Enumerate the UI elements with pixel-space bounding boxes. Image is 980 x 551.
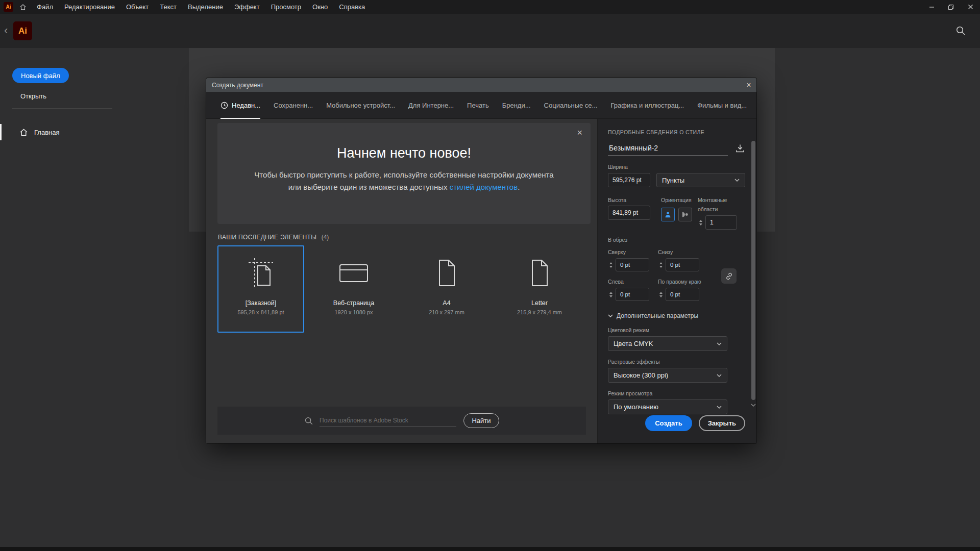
- dialog-left-pane: × Начнем нечто новое! Чтобы быстро прист…: [206, 119, 597, 443]
- bleed-left-stepper[interactable]: [608, 292, 614, 297]
- portrait-icon: [664, 211, 672, 218]
- bleed-top-label: Сверху: [608, 249, 626, 255]
- tab-web[interactable]: Для Интерне...: [408, 92, 454, 119]
- menu-effect[interactable]: Эффект: [229, 0, 265, 14]
- clock-icon: [220, 102, 228, 109]
- sidebar-item-label: Главная: [34, 129, 59, 136]
- close-dialog-button[interactable]: Закрыть: [699, 415, 745, 431]
- recent-item-name: Веб-страница: [333, 299, 374, 307]
- tab-label: Фильмы и вид...: [697, 102, 747, 109]
- bleed-top-stepper[interactable]: [608, 262, 614, 268]
- restore-icon[interactable]: [941, 0, 961, 14]
- bleed-left-input[interactable]: [616, 288, 649, 301]
- recent-item-custom[interactable]: [Заказной] 595,28 x 841,89 pt: [217, 245, 304, 333]
- open-button[interactable]: Открыть: [20, 92, 46, 100]
- units-select[interactable]: Пункты: [656, 173, 745, 187]
- menu-edit[interactable]: Редактирование: [59, 0, 120, 14]
- raster-effects-select[interactable]: Высокое (300 ppi): [608, 368, 727, 383]
- color-mode-value: Цвета CMYK: [614, 340, 653, 347]
- tab-label: Мобильное устройст...: [326, 102, 395, 109]
- tab-film-video[interactable]: Фильмы и вид...: [697, 92, 747, 119]
- units-value: Пункты: [662, 177, 684, 184]
- bleed-right-input[interactable]: [666, 288, 699, 301]
- tab-saved[interactable]: Сохраненн...: [274, 92, 313, 119]
- color-mode-select[interactable]: Цвета CMYK: [608, 336, 727, 351]
- menubar: Ai Файл Редактирование Объект Текст Выде…: [0, 0, 980, 14]
- recent-item-size: 210 x 297 mm: [429, 309, 464, 315]
- bleed-right-stepper[interactable]: [658, 292, 664, 297]
- illustrator-app-icon[interactable]: Ai: [4, 2, 13, 12]
- preset-details-heading: ПОДРОБНЫЕ СВЕДЕНИЯ О СТИЛЕ: [608, 129, 745, 135]
- bleed-bottom-stepper[interactable]: [658, 262, 664, 268]
- home-icon[interactable]: [19, 4, 27, 11]
- tab-print[interactable]: Печать: [467, 92, 489, 119]
- search-icon: [304, 416, 313, 425]
- menu-file[interactable]: Файл: [31, 0, 59, 14]
- tab-recent[interactable]: Недавн...: [220, 92, 260, 119]
- recent-item-size: 980 x 551 px: [334, 309, 373, 315]
- find-button[interactable]: Найти: [463, 413, 499, 428]
- orientation-landscape-button[interactable]: [678, 208, 692, 221]
- recent-items-count: (4): [322, 234, 329, 241]
- menu-help[interactable]: Справка: [333, 0, 371, 14]
- tab-label: Для Интерне...: [408, 102, 454, 109]
- recent-items-heading: ВАШИ ПОСЛЕДНИЕ ЭЛЕМЕНТЫ (4): [218, 234, 329, 241]
- link-bleed-values-button[interactable]: [721, 268, 737, 284]
- artboards-label: Монтажныеобласти: [698, 197, 727, 212]
- stock-search-bar: Найти: [217, 407, 586, 435]
- hero-title: Начнем нечто новое!: [217, 123, 591, 161]
- close-icon[interactable]: [961, 0, 980, 14]
- tab-social[interactable]: Социальные се...: [544, 92, 598, 119]
- width-input[interactable]: [608, 173, 650, 187]
- landscape-icon: [681, 211, 689, 218]
- page-icon: [431, 246, 462, 299]
- preview-mode-select[interactable]: По умолчанию: [608, 399, 727, 414]
- download-preset-icon[interactable]: [735, 143, 745, 156]
- tab-branding[interactable]: Бренди...: [502, 92, 531, 119]
- back-chevron-icon[interactable]: ‹: [4, 24, 8, 37]
- hero-body: Чтобы быстро приступить к работе, исполь…: [250, 169, 558, 193]
- height-input[interactable]: [608, 206, 650, 220]
- recent-item-letter[interactable]: Letter 215,9 x 279,4 mm: [496, 245, 583, 333]
- advanced-options-toggle[interactable]: Дополнительные параметры: [608, 312, 745, 319]
- recent-item-name: Letter: [531, 299, 548, 307]
- close-icon[interactable]: ×: [741, 78, 756, 92]
- panel-scrollbar-thumb[interactable]: [751, 141, 755, 400]
- preset-details-panel: ПОДРОБНЫЕ СВЕДЕНИЯ О СТИЛЕ Ширина Пункты…: [597, 119, 756, 443]
- color-mode-label: Цветовой режим: [608, 327, 745, 333]
- tab-art-illustration[interactable]: Графика и иллюстрац...: [610, 92, 684, 119]
- recent-item-web-page[interactable]: Веб-страница 980 x 551 px: [310, 245, 397, 333]
- recent-items-label: ВАШИ ПОСЛЕДНИЕ ЭЛЕМЕНТЫ: [218, 234, 316, 241]
- menu-window[interactable]: Окно: [307, 0, 333, 14]
- sidebar-item-home[interactable]: Главная: [0, 124, 117, 140]
- artboards-input[interactable]: [705, 215, 737, 230]
- bleed-left-label: Слева: [608, 279, 624, 285]
- artboards-stepper[interactable]: [698, 220, 704, 226]
- menu-select[interactable]: Выделение: [182, 0, 229, 14]
- scrollbar-down-arrow-icon[interactable]: [751, 404, 756, 407]
- bleed-bottom-label: Снизу: [658, 249, 673, 255]
- tab-mobile[interactable]: Мобильное устройст...: [326, 92, 395, 119]
- recent-items-row: [Заказной] 595,28 x 841,89 pt Веб-страни…: [217, 245, 589, 333]
- menu-view[interactable]: Просмотр: [265, 0, 307, 14]
- page-icon: [524, 246, 555, 299]
- search-icon[interactable]: [955, 26, 966, 36]
- bleed-top-input[interactable]: [616, 258, 649, 271]
- document-presets-link[interactable]: стилей документов: [450, 183, 518, 191]
- menu-type[interactable]: Текст: [154, 0, 182, 14]
- raster-effects-value: Высокое (300 ppi): [614, 371, 668, 379]
- new-file-button[interactable]: Новый файл: [12, 68, 69, 83]
- minimize-icon[interactable]: [922, 0, 941, 14]
- menu-object[interactable]: Объект: [120, 0, 154, 14]
- stock-search-input[interactable]: [320, 415, 456, 427]
- recent-item-a4[interactable]: A4 210 x 297 mm: [403, 245, 490, 333]
- dialog-titlebar[interactable]: Создать документ ×: [206, 78, 756, 92]
- chevron-down-icon: [608, 314, 613, 317]
- recent-item-size: 215,9 x 279,4 mm: [517, 309, 562, 315]
- bleed-bottom-input[interactable]: [666, 258, 699, 271]
- tab-label: Социальные се...: [544, 102, 598, 109]
- orientation-portrait-button[interactable]: [661, 208, 675, 221]
- create-button[interactable]: Создать: [645, 415, 692, 431]
- close-icon[interactable]: ×: [577, 128, 582, 137]
- document-name-input[interactable]: [608, 144, 728, 156]
